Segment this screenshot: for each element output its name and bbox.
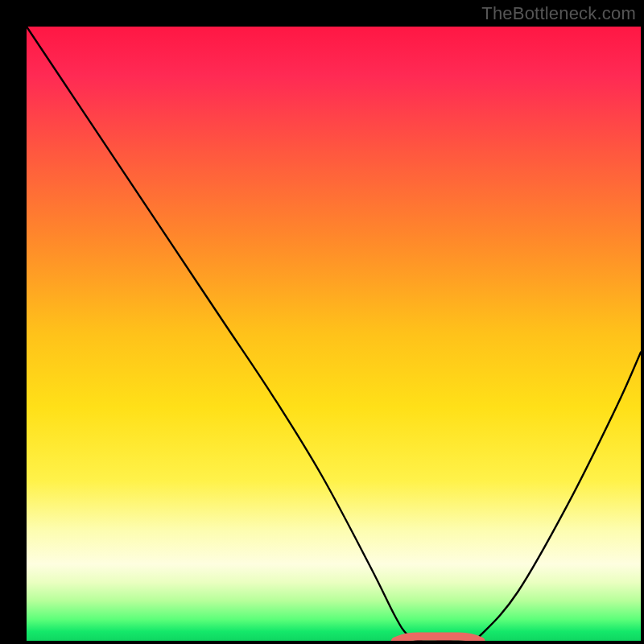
watermark-text: TheBottleneck.com bbox=[481, 3, 636, 24]
bottleneck-chart bbox=[0, 0, 644, 644]
gradient-background bbox=[27, 27, 641, 641]
chart-frame: TheBottleneck.com bbox=[0, 0, 644, 644]
